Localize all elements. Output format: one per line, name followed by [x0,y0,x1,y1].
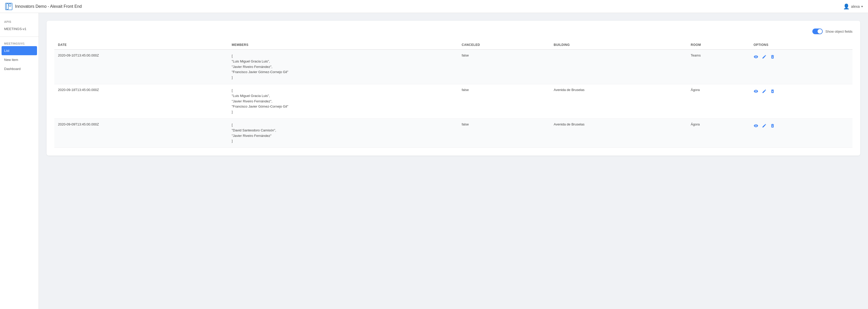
edit-button[interactable] [762,54,767,60]
cell-members: [ "Luis Miguel Gracia Luis", "Javier Riv… [228,50,458,84]
sidebar-divider [0,36,38,37]
toggle-label: Show object fields [825,30,852,33]
eye-icon [754,54,758,59]
delete-icon [770,89,775,93]
cell-building [550,50,687,84]
delete-icon [770,123,775,128]
username-label: alexa [851,4,860,8]
cell-building: Avenida de Bruselas [550,118,687,147]
content-card: Show object fields DATE MEMBERS CANCELED… [46,21,860,156]
cell-date: 2020-09-10T13:45:00.000Z [54,50,228,84]
edit-button[interactable] [762,89,767,94]
table-body: 2020-09-10T13:45:00.000Z[ "Luis Miguel G… [54,50,852,148]
cell-canceled: false [458,118,550,147]
cell-room: Ágora [687,84,750,118]
sidebar: APIS MEETINGS-v1 MEETINGS/V1 List New it… [0,13,39,309]
cell-options [750,84,852,118]
toggle-knob [817,29,822,34]
main-content: Show object fields DATE MEMBERS CANCELED… [39,13,868,309]
view-button[interactable] [754,123,758,129]
eye-icon [754,89,758,93]
cell-date: 2020-09-18T13:45:00.000Z [54,84,228,118]
table-row: 2020-09-10T13:45:00.000Z[ "Luis Miguel G… [54,50,852,84]
cell-room: Teams [687,50,750,84]
table-row: 2020-09-09T13:45:00.000Z[ "David Santeod… [54,118,852,147]
cell-members: [ "Luis Miguel Gracia Luis", "Javier Riv… [228,84,458,118]
user-dropdown-icon[interactable]: ▾ [861,5,863,8]
view-button[interactable] [754,89,758,94]
header-left: Innovators Demo - Alexait Front End [5,3,82,10]
col-building: BUILDING [550,40,687,50]
cell-date: 2020-09-09T13:45:00.000Z [54,118,228,147]
header-right: 👤 alexa ▾ [843,3,863,9]
delete-button[interactable] [770,89,775,94]
cell-options [750,118,852,147]
sidebar-item-dashboard[interactable]: Dashboard [0,64,38,73]
table-header: DATE MEMBERS CANCELED BUILDING ROOM OPTI… [54,40,852,50]
cell-building: Avenida de Bruselas [550,84,687,118]
sidebar-section-apis: APIS [0,18,38,24]
edit-icon [762,54,767,59]
delete-button[interactable] [770,54,775,60]
view-button[interactable] [754,54,758,60]
show-object-fields-toggle[interactable] [812,29,823,34]
action-icons [754,53,849,60]
main-layout: APIS MEETINGS-v1 MEETINGS/V1 List New it… [0,13,868,309]
svg-rect-1 [9,4,11,6]
action-icons [754,88,849,94]
delete-icon [770,54,775,59]
edit-icon [762,89,767,93]
toggle-row: Show object fields [54,29,852,34]
app-title: Innovators Demo - Alexait Front End [15,4,82,9]
action-icons [754,122,849,129]
col-members: MEMBERS [228,40,458,50]
meetings-table: DATE MEMBERS CANCELED BUILDING ROOM OPTI… [54,40,852,148]
cell-room: Ágora [687,118,750,147]
edit-button[interactable] [762,123,767,129]
cell-canceled: false [458,84,550,118]
cell-canceled: false [458,50,550,84]
edit-icon [762,123,767,128]
cell-members: [ "David Santeodoro Camisón", "Javier Ri… [228,118,458,147]
col-canceled: CANCELED [458,40,550,50]
eye-icon [754,123,758,128]
delete-button[interactable] [770,123,775,129]
table-row: 2020-09-18T13:45:00.000Z[ "Luis Miguel G… [54,84,852,118]
app-header: Innovators Demo - Alexait Front End 👤 al… [0,0,868,13]
svg-rect-0 [6,4,8,9]
sidebar-item-list[interactable]: List [2,46,37,55]
cell-options [750,50,852,84]
col-room: ROOM [687,40,750,50]
app-logo [5,3,12,10]
col-date: DATE [54,40,228,50]
sidebar-item-meetings-v1[interactable]: MEETINGS-v1 [0,24,38,33]
sidebar-item-new-item[interactable]: New item [0,55,38,64]
user-icon: 👤 [843,3,849,9]
sidebar-section-meetings: MEETINGS/V1 [0,40,38,46]
col-options: OPTIONS [750,40,852,50]
